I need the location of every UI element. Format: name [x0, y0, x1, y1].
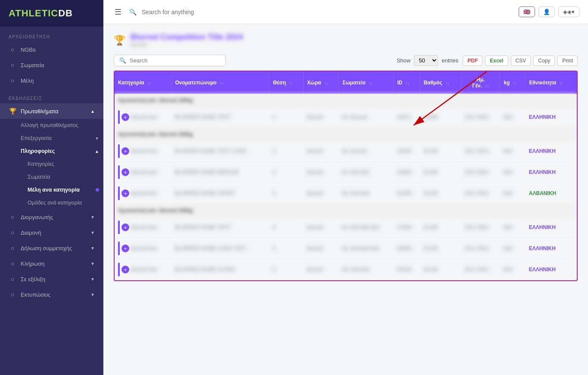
protathlimata-submenu: Αλλαγή πρωταθλήματος Επεξεργασία ▼ Πληρο… — [0, 119, 103, 209]
cell-kg: blrd — [500, 217, 526, 238]
active-dot — [96, 188, 99, 192]
cell-katigoria: +blurred text — [115, 107, 171, 127]
csv-button[interactable]: CSV — [511, 56, 531, 66]
expand-button[interactable]: + — [121, 266, 129, 273]
cell-im_gen: 1011 0011 — [461, 107, 500, 128]
sidebar-item-klirosi[interactable]: ○ Κλήρωση ▼ — [0, 256, 103, 271]
cell-katigoria: +blurred text — [115, 162, 171, 183]
logo-text: ATHLETICDB — [9, 8, 73, 19]
cell-im_gen: 1011 0011 — [461, 183, 500, 204]
cell-onomateponimo: BLURRED NAME SHORT — [171, 183, 269, 204]
col-somateio[interactable]: Σωματείο ↑↓ — [339, 71, 393, 94]
cell-bathmos: 01100 — [420, 183, 461, 204]
exelixi-icon: ○ — [9, 276, 16, 282]
cell-kg: blrd — [500, 238, 526, 259]
sort-icon: ↑↓ — [147, 81, 151, 85]
table-row: +blurred textBLURRED NAME MEDIUM0blurred… — [115, 162, 577, 183]
col-katigoria[interactable]: Κατηγορία ↑↓ — [115, 71, 171, 94]
table-row: +blurred textBLURRED NAME TEXT0blurredbl… — [115, 217, 577, 238]
cell-hora: blurred — [303, 259, 339, 280]
sidebar-item-diorganotis[interactable]: ○ Διοργανωτής ▼ — [0, 209, 103, 225]
expand-button[interactable]: + — [121, 223, 129, 231]
topbar-search-input[interactable] — [142, 9, 513, 15]
page-header: 🏆 Blurred Competition Title 2024 blurred — [114, 33, 578, 48]
sidebar-item-katigories[interactable]: Κατηγορίες — [28, 158, 103, 170]
ngbs-icon: ○ — [9, 46, 16, 53]
col-ethnikotita[interactable]: Εθνικότητα ↑↓ — [526, 71, 577, 94]
sidebar-item-somateio2[interactable]: Σωματεία — [28, 170, 103, 183]
user-button[interactable]: 👤 — [538, 6, 555, 17]
cell-kg: blrd — [500, 259, 526, 280]
page-trophy-icon: 🏆 — [114, 35, 125, 46]
cell-hora: blurred — [303, 238, 339, 259]
cell-onomateponimo: BLURRED NAME XLONG — [171, 259, 269, 280]
col-thesi[interactable]: Θέση ↑↓ — [269, 71, 303, 94]
expand-button[interactable]: + — [121, 245, 129, 252]
cell-id: 10000 — [393, 141, 420, 162]
sidebar-item-protathlimata[interactable]: 🏆 Πρωταθλήματα ▲ — [0, 103, 103, 119]
expand-button[interactable]: + — [121, 189, 129, 197]
row-indicator-bar — [118, 242, 120, 255]
cell-katigoria: +blurred text — [115, 141, 171, 161]
cell-id: 17000 — [393, 217, 420, 238]
sidebar-item-dilosi[interactable]: ○ Δήλωση συμμετοχής ▼ — [0, 240, 103, 256]
sidebar-item-diamoni[interactable]: ○ Διαμονή ▼ — [0, 225, 103, 240]
sidebar-item-plirofoties[interactable]: Πληροφορίες ▲ — [21, 145, 103, 158]
sidebar-item-allagi[interactable]: Αλλαγή πρωταθλήματος — [21, 119, 103, 132]
expand-button[interactable]: + — [121, 113, 129, 121]
cell-id: 40000 — [393, 238, 420, 259]
row-indicator-bar — [118, 220, 120, 234]
sidebar-item-meli[interactable]: ○ Μέλη — [0, 73, 103, 88]
notifications-button[interactable]: ◈◈▾ — [558, 6, 579, 17]
sort-icon: ↑↓ — [324, 81, 328, 85]
sidebar-item-se-exelixi[interactable]: ○ Σε εξέλιξη ▼ — [0, 271, 103, 287]
flag-icon: 🇬🇧 — [523, 9, 530, 15]
cell-thesi: 0 — [269, 162, 303, 183]
sort-icon: ↑↓ — [513, 81, 517, 85]
table-row: +blurred textBLURRED NAME TEXT1blurredbl… — [115, 107, 577, 128]
sidebar-item-ngbs[interactable]: ○ NGBs — [0, 42, 103, 57]
chevron-right-icon: ▼ — [90, 230, 95, 235]
page-subtitle: blurred — [131, 42, 243, 48]
col-bathmos[interactable]: Βαθμός ↑↓ — [420, 71, 461, 94]
content-area: 🏆 Blurred Competition Title 2024 blurred… — [103, 24, 588, 375]
cell-ethnikotita: ΕΛΛΗΝΙΚΗ — [526, 217, 577, 238]
sort-icon: ↑↓ — [289, 81, 293, 85]
col-kg[interactable]: kg ↑↓ — [500, 71, 526, 94]
sidebar-item-omades[interactable]: Ομάδες ανά κατηγορία — [28, 196, 103, 209]
logo: ATHLETICDB — [0, 0, 103, 27]
table-body: Αγωνιστική κατ. blurred 100kg+blurred te… — [115, 94, 577, 280]
chevron-right-icon: ▼ — [95, 136, 99, 141]
sidebar-item-ektyposis[interactable]: ○ Εκτυπώσεις ▼ — [0, 287, 103, 302]
copy-button[interactable]: Copy — [533, 56, 555, 66]
excel-button[interactable]: Excel — [485, 56, 508, 66]
sidebar-item-epexergasia[interactable]: Επεξεργασία ▼ — [21, 132, 103, 145]
topbar-right: 🇬🇧 👤 ◈◈▾ — [519, 6, 579, 17]
expand-button[interactable]: + — [121, 147, 129, 155]
pdf-button[interactable]: PDF — [463, 56, 482, 66]
col-id[interactable]: ID ↑↓ — [393, 71, 420, 94]
cell-thesi: 1 — [269, 107, 303, 128]
klirosi-icon: ○ — [9, 260, 16, 267]
cell-im_gen: 1011 0011 — [461, 259, 500, 280]
plirofoties-submenu: Κατηγορίες Σωματεία Μέλη ανα κατηγορία Ο… — [21, 158, 103, 209]
col-onomateponimo[interactable]: Ονοματεπώνυμο ↑↓ — [171, 71, 269, 94]
sidebar-section-archive: ΑΡΧΕΙΟΘΕΤΗΣΗ — [0, 27, 103, 42]
language-button[interactable]: 🇬🇧 — [519, 6, 535, 17]
cell-thesi: 0 — [269, 141, 303, 162]
col-hora[interactable]: Χώρα ↑↓ — [303, 71, 339, 94]
cell-onomateponimo: BLURRED NAME TEXT LONG — [171, 141, 269, 162]
expand-button[interactable]: + — [121, 168, 129, 176]
col-imgen[interactable]: Ημ.Γέν. ↑↓ — [461, 71, 500, 94]
table-row: +blurred textBLURRED NAME TEXT LONG0blur… — [115, 141, 577, 162]
sidebar-item-meli-ana-kat[interactable]: Μέλη ανα κατηγορία — [28, 183, 103, 196]
print-button[interactable]: Print — [557, 56, 578, 66]
sidebar-item-somateio[interactable]: ○ Σωματεία — [0, 57, 103, 73]
entries-select[interactable]: 50 25 10 100 — [414, 55, 438, 66]
cell-im_gen: 1011 0011 — [461, 141, 500, 162]
table-row: +blurred textBLURRED NAME SHORT0blurredb… — [115, 183, 577, 204]
search-input[interactable] — [130, 57, 220, 64]
toolbar-row: 🔍 Show 50 25 10 100 entries PDF Excel — [114, 55, 578, 66]
cell-thesi: 0 — [269, 259, 303, 280]
menu-button[interactable]: ☰ — [112, 5, 124, 19]
